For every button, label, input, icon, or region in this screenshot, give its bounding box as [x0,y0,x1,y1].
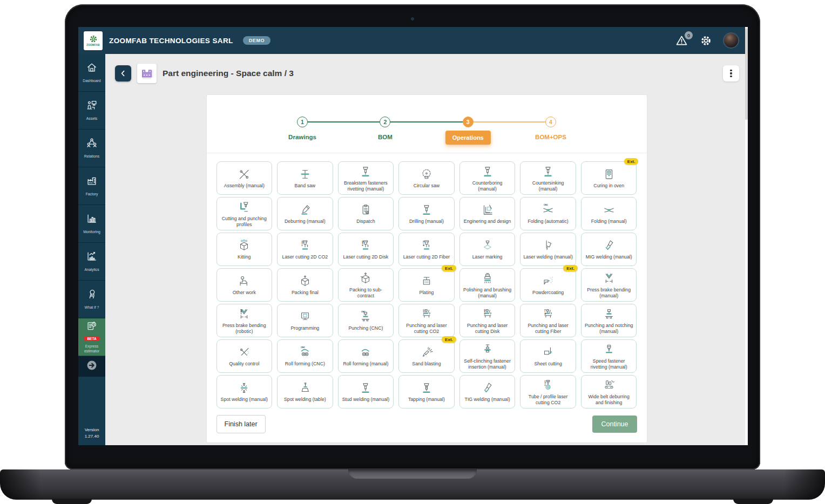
step-4-circle[interactable]: 4 [545,117,556,127]
operation-card-programming[interactable]: Programming [277,304,333,337]
sidebar-item-factory[interactable]: Factory [78,167,105,205]
more-options-button[interactable] [723,65,739,81]
operation-label: Speed fastener rivetting (manual) [584,358,634,371]
operation-card-stud-welding-manual[interactable]: Stud welding (manual) [338,375,394,408]
operation-card-punching-and-notching-manual[interactable]: Punching and notching (manual) [581,304,637,337]
crossed-tools-icon [237,167,251,182]
operation-card-laser-cutting-2d-co2[interactable]: CO2Laser cutting 2D CO2 [277,233,333,266]
step-3-label[interactable]: Operations [445,131,491,145]
operation-card-drilling-manual[interactable]: Drilling (manual) [398,197,455,230]
sidebar-item-collapse[interactable] [78,356,105,377]
sidebar-item-analytics[interactable]: Analytics [78,243,105,281]
operation-card-laser-marking[interactable]: Laser marking [459,233,516,266]
sidebar-item-whatif[interactable]: What if ? [78,281,105,318]
operation-card-enginering-and-design[interactable]: Enginering and design [459,197,516,230]
webcam-dot [411,17,414,21]
operation-card-cutting-and-punching-profiles[interactable]: Cutting and punching profiles [217,197,273,230]
operation-card-assembly-manual[interactable]: Assembly (manual) [217,161,273,195]
operation-card-press-brake-bending-robotic[interactable]: RBTPress brake bending (robotic) [217,304,273,337]
sidebar-item-label: What if ? [84,305,100,310]
operation-card-other-work[interactable]: Other work [217,268,273,302]
operation-card-mig-welding-manual[interactable]: MIG welding (manual) [581,233,637,266]
operation-card-plating[interactable]: Ext.Plating [398,268,455,302]
app-body: DashboardAssetsRelationsFactoryMonitorin… [78,54,748,445]
step-2-label[interactable]: BOM [378,134,393,140]
operation-card-breakstem-fasteners-rivetting-manual[interactable]: Breakstem fasteners rivetting (manual) [338,161,394,195]
operation-card-circular-saw[interactable]: Circular saw [398,161,455,195]
ruler-pencil-icon [481,202,495,217]
user-avatar[interactable] [723,32,739,49]
sidebar-item-label: Dashboard [82,78,102,83]
operation-card-polishing-and-brushing-manual[interactable]: Polishing and brushing (manual) [459,268,516,302]
step-4-label[interactable]: BOM+OPS [535,134,566,140]
operation-card-roll-forming-manual[interactable]: Roll forming (manual) [338,339,394,373]
operation-card-roll-forming-cnc[interactable]: CNCRoll forming (CNC) [277,339,333,373]
operation-card-packing-to-sub-contract[interactable]: Packing to sub-contract [338,268,394,302]
operation-card-punching-cnc[interactable]: CNCPunching (CNC) [338,304,394,337]
scrollbar-thumb[interactable] [745,28,748,120]
operation-card-deburring-manual[interactable]: Deburring (manual) [277,197,333,230]
svg-text:CO2: CO2 [423,309,424,315]
operation-card-self-clinching-fastener-insertion-manual[interactable]: Self-clinching fastener insertion (manua… [459,339,516,373]
operation-card-powdercoating[interactable]: Ext.Powdercoating [520,268,576,302]
step-3-circle[interactable]: 3 [463,117,474,127]
operation-label: Dispatch [356,219,375,224]
operation-card-countersinking-manual[interactable]: Countersinking (manual) [520,161,576,195]
inspect-tools-icon [237,345,251,360]
operation-card-folding-automatic[interactable]: CNCFolding (automatic) [520,197,576,230]
operation-label: Other work [233,290,256,296]
sidebar-item-label: Analytics [83,267,100,272]
operation-card-packing-final[interactable]: Packing final [277,268,333,302]
operation-card-counterboring-manual[interactable]: Counterboring (manual) [459,161,516,195]
operation-card-tube-profile-laser-cutting-co2[interactable]: CO2Tube / profile laser cutting CO2 [520,375,576,408]
operation-card-tapping-manual[interactable]: Tapping (manual) [398,375,455,408]
gear-icon [700,35,712,47]
sidebar-item-assets[interactable]: Assets [78,92,105,130]
panel-footer: Finish later Continue [207,415,647,442]
back-button[interactable] [115,65,131,81]
sidebar-item-dashboard[interactable]: Dashboard [78,54,105,92]
operation-card-tig-welding-manual[interactable]: TIG welding (manual) [459,375,516,408]
alerts-button[interactable]: 0 [675,34,689,47]
laptop-lid-notch [348,469,477,479]
person-work-icon [237,274,251,289]
ext-badge: Ext. [624,158,639,165]
operation-card-sand-blasting[interactable]: Ext.Sand blasting [398,339,455,373]
sidebar-item-express-estimator[interactable]: BETAExpress estimator [78,318,105,356]
finish-later-button[interactable]: Finish later [217,415,266,433]
operation-card-laser-cutting-2d-disk[interactable]: DSKLaser cutting 2D Disk [338,233,394,266]
step-1-circle[interactable]: 1 [297,117,308,127]
operation-card-quality-control[interactable]: Quality control [217,339,273,373]
operation-card-punching-and-laser-cutting-fiber[interactable]: FIBPunching and laser cutting Fiber [520,304,576,337]
operation-card-laser-welding-manual[interactable]: Laser welding (manual) [520,233,576,266]
operation-card-band-saw[interactable]: Band saw [277,161,333,195]
sidebar-item-relations[interactable]: Relations [78,130,105,167]
clipboard-icon [359,202,373,217]
operation-label: Counterboring (manual) [463,180,512,193]
operation-card-dispatch[interactable]: Dispatch [338,197,394,230]
operation-label: Punching and laser cutting CO2 [402,323,451,335]
operation-card-spot-welding-table[interactable]: Spot welding (table) [277,375,333,408]
continue-button[interactable]: Continue [592,416,637,433]
operation-card-speed-fastener-rivetting-manual[interactable]: Speed fastener rivetting (manual) [581,339,637,373]
sidebar-item-monitoring[interactable]: Monitoring [78,205,105,243]
operation-card-punching-and-laser-cutting-disk[interactable]: DSKPunching and laser cutting Disk [459,304,516,337]
step-2-circle[interactable]: 2 [380,117,390,127]
operation-card-sheet-cutting[interactable]: Sheet cutting [520,339,576,373]
operation-label: Band saw [295,183,316,189]
operation-card-punching-and-laser-cutting-co2[interactable]: CO2Punching and laser cutting CO2 [398,304,455,337]
operation-card-press-brake-bending-manual[interactable]: Press brake bending (manual) [581,268,637,302]
settings-button[interactable] [700,35,712,47]
operation-card-curing-in-oven[interactable]: Ext.Curing in oven [581,161,637,195]
operation-card-laser-cutting-2d-fiber[interactable]: FIBLaser cutting 2D Fiber [398,233,455,266]
operation-card-wide-belt-deburring-and-finishing[interactable]: Wide belt deburring and finishing [581,375,637,408]
operation-label: Laser cutting 2D Fiber [403,254,450,260]
operation-card-folding-manual[interactable]: Folding (manual) [581,197,637,230]
operation-label: Self-clinching fastener insertion (manua… [463,358,512,371]
operation-card-spot-welding-manual[interactable]: Spot welding (manual) [217,375,273,408]
sidebar-item-label: Monitoring [82,229,102,234]
scrollbar[interactable] [745,27,748,445]
operation-card-kitting[interactable]: Kitting [217,233,273,266]
step-1-label[interactable]: Drawings [288,134,316,140]
laser-weld-icon [541,238,555,253]
